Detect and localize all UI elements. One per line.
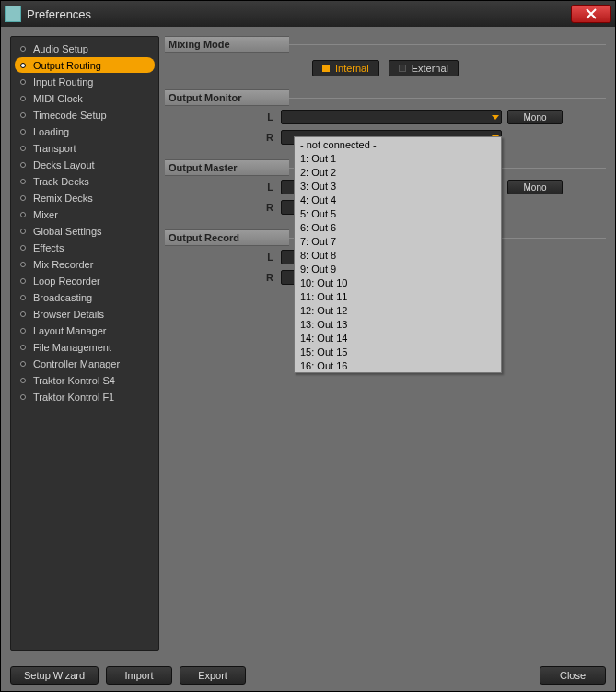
sidebar-item-label: Mix Recorder — [33, 259, 93, 270]
dropdown-option[interactable]: 6: Out 6 — [295, 220, 501, 234]
bullet-icon — [18, 343, 28, 352]
dropdown-option[interactable]: 1: Out 1 — [295, 151, 501, 165]
dropdown-option[interactable]: 10: Out 10 — [295, 276, 501, 289]
output-master-header: Output Master — [165, 159, 289, 176]
window-close-button[interactable] — [571, 5, 611, 23]
mixing-mode-external-label: External — [412, 63, 448, 74]
dropdown-option[interactable]: 16: Out 16 — [295, 358, 501, 372]
sidebar-item-label: Loading — [33, 126, 69, 137]
sidebar-item-label: Output Routing — [33, 60, 101, 71]
chevron-down-icon — [492, 115, 499, 120]
sidebar-item-mix-recorder[interactable]: Mix Recorder — [15, 256, 155, 272]
radio-box-icon — [322, 65, 330, 72]
dropdown-option[interactable]: 2: Out 2 — [295, 165, 501, 179]
output-monitor-l-label: L — [165, 111, 275, 123]
sidebar-item-file-management[interactable]: File Management — [15, 339, 155, 355]
mixing-mode-internal-label: Internal — [335, 63, 369, 74]
sidebar-item-controller-manager[interactable]: Controller Manager — [15, 356, 155, 371]
preferences-sidebar: Audio SetupOutput RoutingInput RoutingMI… — [10, 36, 159, 651]
dropdown-option[interactable]: 4: Out 4 — [295, 193, 501, 206]
bullet-icon — [18, 260, 28, 269]
sidebar-item-layout-manager[interactable]: Layout Manager — [15, 323, 155, 338]
sidebar-item-decks-layout[interactable]: Decks Layout — [15, 157, 155, 172]
close-button[interactable]: Close — [540, 666, 606, 685]
sidebar-item-label: Input Routing — [33, 76, 93, 88]
output-record-header: Output Record — [165, 229, 289, 246]
sidebar-item-label: File Management — [33, 342, 111, 353]
dropdown-option[interactable]: - not connected - — [295, 137, 501, 151]
bullet-icon — [18, 393, 28, 402]
bullet-icon — [18, 61, 28, 70]
bullet-icon — [18, 194, 28, 203]
setup-wizard-button[interactable]: Setup Wizard — [10, 666, 99, 685]
mixing-mode-external-radio[interactable]: External — [389, 60, 459, 76]
bullet-icon — [18, 376, 28, 385]
sidebar-item-audio-setup[interactable]: Audio Setup — [15, 41, 155, 56]
bullet-icon — [18, 94, 28, 103]
dropdown-option[interactable]: 9: Out 9 — [295, 262, 501, 276]
sidebar-item-timecode-setup[interactable]: Timecode Setup — [15, 107, 155, 123]
sidebar-item-midi-clock[interactable]: MIDI Clock — [15, 90, 155, 106]
output-record-r-label: R — [165, 272, 275, 283]
sidebar-item-label: Broadcasting — [33, 292, 92, 303]
sidebar-item-transport[interactable]: Transport — [15, 140, 155, 156]
bullet-icon — [18, 243, 28, 252]
dropdown-option[interactable]: 14: Out 14 — [295, 331, 501, 345]
dropdown-option[interactable]: 13: Out 13 — [295, 317, 501, 331]
sidebar-item-broadcasting[interactable]: Broadcasting — [15, 289, 155, 305]
sidebar-item-label: Transport — [33, 143, 76, 154]
sidebar-item-label: Timecode Setup — [33, 110, 107, 121]
sidebar-item-output-routing[interactable]: Output Routing — [15, 57, 155, 73]
bullet-icon — [18, 293, 28, 302]
bullet-icon — [18, 111, 28, 120]
sidebar-item-label: Controller Manager — [33, 358, 120, 369]
output-monitor-mono-button[interactable]: Mono — [507, 110, 563, 124]
sidebar-item-global-settings[interactable]: Global Settings — [15, 223, 155, 239]
sidebar-item-label: Decks Layout — [33, 159, 95, 170]
mixing-mode-header: Mixing Mode — [165, 36, 289, 53]
dropdown-option[interactable]: 7: Out 7 — [295, 234, 501, 248]
output-monitor-l-dropdown[interactable] — [281, 110, 502, 124]
dropdown-option[interactable]: 8: Out 8 — [295, 248, 501, 262]
sidebar-item-label: Audio Setup — [33, 43, 88, 54]
output-dropdown-list[interactable]: - not connected -1: Out 12: Out 23: Out … — [294, 136, 502, 373]
window-body: Audio SetupOutput RoutingInput RoutingMI… — [1, 27, 615, 660]
sidebar-item-traktor-kontrol-f1[interactable]: Traktor Kontrol F1 — [15, 389, 155, 405]
bullet-icon — [18, 310, 28, 319]
sidebar-item-traktor-kontrol-s4[interactable]: Traktor Kontrol S4 — [15, 372, 155, 388]
dropdown-option[interactable]: 5: Out 5 — [295, 206, 501, 220]
sidebar-item-label: MIDI Clock — [33, 93, 83, 104]
mixing-mode-internal-radio[interactable]: Internal — [312, 60, 379, 76]
dropdown-option[interactable]: 15: Out 15 — [295, 345, 501, 358]
sidebar-item-track-decks[interactable]: Track Decks — [15, 173, 155, 189]
bullet-icon — [18, 227, 28, 236]
sidebar-item-remix-decks[interactable]: Remix Decks — [15, 190, 155, 205]
output-master-mono-button[interactable]: Mono — [507, 180, 563, 194]
dropdown-option[interactable]: 3: Out 3 — [295, 179, 501, 193]
sidebar-item-label: Traktor Kontrol S4 — [33, 375, 115, 386]
sidebar-item-label: Remix Decks — [33, 193, 93, 204]
bullet-icon — [18, 326, 28, 335]
sidebar-item-label: Track Decks — [33, 176, 89, 187]
export-button[interactable]: Export — [180, 666, 246, 685]
dropdown-option[interactable]: 12: Out 12 — [295, 303, 501, 317]
sidebar-item-loop-recorder[interactable]: Loop Recorder — [15, 273, 155, 288]
sidebar-item-effects[interactable]: Effects — [15, 240, 155, 255]
sidebar-item-browser-details[interactable]: Browser Details — [15, 306, 155, 322]
output-monitor-header: Output Monitor — [165, 89, 289, 106]
sidebar-item-input-routing[interactable]: Input Routing — [15, 74, 155, 89]
dropdown-option[interactable]: 11: Out 11 — [295, 289, 501, 303]
sidebar-item-loading[interactable]: Loading — [15, 123, 155, 139]
bullet-icon — [18, 77, 28, 87]
output-monitor-r-label: R — [165, 132, 275, 143]
bullet-icon — [18, 44, 28, 53]
import-button[interactable]: Import — [106, 666, 172, 685]
sidebar-item-label: Browser Details — [33, 309, 104, 320]
sidebar-item-mixer[interactable]: Mixer — [15, 206, 155, 222]
bullet-icon — [18, 210, 28, 219]
output-master-r-label: R — [165, 202, 275, 213]
titlebar: Preferences — [1, 1, 615, 27]
preferences-window: Preferences Audio SetupOutput RoutingInp… — [0, 0, 616, 692]
sidebar-item-label: Layout Manager — [33, 325, 107, 336]
bullet-icon — [18, 177, 28, 186]
